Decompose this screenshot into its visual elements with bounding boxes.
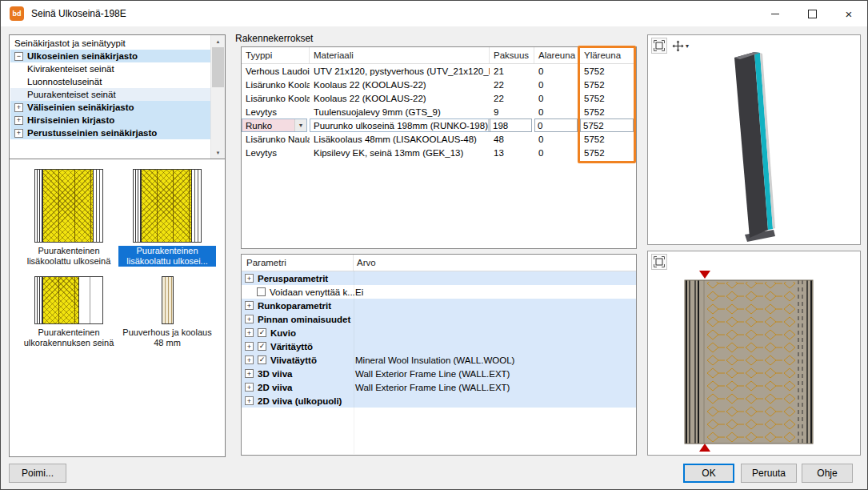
expand-icon[interactable]: + (245, 328, 254, 337)
expand-icon[interactable]: + (245, 396, 254, 405)
titlebar[interactable]: bd Seinä Ulkoseinä-198E × (1, 1, 867, 26)
expand-icon[interactable]: + (245, 274, 254, 283)
wall-type-thumbnail[interactable] (133, 169, 202, 243)
chevron-down-icon[interactable]: ▾ (294, 119, 306, 131)
expand-icon[interactable]: + (245, 369, 254, 378)
cancel-button[interactable]: Peruuta (741, 464, 797, 483)
tree-item-hirsiseinien-kirjasto[interactable]: + Hirsiseinien kirjasto (10, 114, 210, 127)
layer-top-edge: 5752 (580, 105, 636, 118)
layer-type: Lisärunko Koola... (242, 91, 310, 105)
expand-icon[interactable]: + (14, 129, 23, 138)
scroll-up-icon[interactable]: ▲ (211, 35, 225, 47)
minimize-button[interactable] (757, 1, 794, 26)
wall-type-caption: Puuverhous ja koolaus 48 mm (118, 327, 216, 348)
wall-type-item[interactable]: Puurakenteinen ulkorakennuksen seinä (20, 276, 118, 348)
tree-item-valiseinien-seinakirjasto[interactable]: + Väliseinien seinäkirjasto (10, 101, 210, 114)
maximize-button[interactable] (794, 1, 830, 26)
layer-row[interactable]: Lisärunko Koola... Koolaus 22 (KOOLAUS-2… (242, 91, 636, 105)
tree-scrollbar[interactable]: ▲ ▼ (210, 35, 225, 159)
layer-type: Lisärunko Naula... (242, 132, 310, 146)
scroll-down-icon[interactable]: ▼ (211, 147, 225, 159)
ok-button[interactable]: OK (683, 464, 734, 483)
param-name: Väritäyttö (270, 342, 313, 351)
layer-material-value: Puurunko ulkoseinä 198mm (RUNKO-198) (310, 121, 488, 131)
thickness-input[interactable] (490, 118, 532, 132)
column-header-materiaali[interactable]: Materiaali (310, 47, 490, 63)
bottom-edge-input[interactable] (534, 118, 578, 132)
layer-bottom-edge: 0 (534, 132, 580, 146)
close-button[interactable]: × (830, 1, 867, 26)
column-header-alareuna[interactable]: Alareuna (534, 47, 580, 63)
layer-row[interactable]: Levytys Kipsilevy EK, seinä 13mm (GEK_13… (242, 146, 636, 159)
expand-icon[interactable]: + (245, 301, 254, 310)
preview-2d[interactable] (647, 251, 861, 456)
layer-type-value: Runko (242, 121, 294, 131)
layer-type-select[interactable]: Runko ▾ (242, 118, 307, 132)
tree-item-kivirakenteiset-seinat[interactable]: Kivirakenteiset seinät (10, 62, 210, 75)
wall-type-item-selected[interactable]: Puurakenteinen lisäkoolattu ulkosei... (118, 169, 216, 267)
scrollbar-thumb[interactable] (212, 47, 224, 87)
tree-item-luonnosteluseinat[interactable]: Luonnosteluseinät (10, 75, 210, 88)
layer-row[interactable]: Verhous Laudoit... UTV 21x120, pystyverh… (242, 64, 636, 78)
column-header-tyyppi[interactable]: Tyyppi (242, 47, 310, 63)
param-group-pinnan-ominaisuudet[interactable]: + Pinnan ominaisuudet (242, 312, 636, 326)
checkbox-checked[interactable]: ✓ (258, 328, 266, 337)
wall-type-item[interactable]: Puurakenteinen lisäkoolattu ulkoseinä (20, 169, 118, 267)
section-marker-bottom (699, 444, 710, 452)
tree-root[interactable]: Seinäkirjastot ja seinätyypit (10, 37, 210, 50)
maximize-icon (808, 10, 817, 18)
expand-icon[interactable]: + (14, 103, 23, 112)
param-name: 3D viiva (258, 369, 292, 379)
layer-material-select[interactable]: Puurunko ulkoseinä 198mm (RUNKO-198) ▾ (310, 118, 490, 132)
column-header-paksuus[interactable]: Paksuus (490, 47, 534, 63)
collapse-icon[interactable]: − (14, 52, 23, 61)
checkbox-unchecked[interactable] (257, 287, 266, 296)
pan-icon[interactable]: ▾ (670, 38, 690, 54)
help-button[interactable]: Ohje (802, 464, 853, 483)
layers-table-header: Tyyppi Materiaali Paksuus Alareuna Yläre… (242, 47, 636, 64)
param-group-varitaytto[interactable]: + ✓ Väritäyttö (242, 339, 636, 353)
wall-type-thumbnail[interactable] (34, 276, 103, 324)
param-group-2d-viiva[interactable]: + 2D viiva Wall Exterior Frame Line (WAL… (242, 380, 636, 394)
tree-item-label: Hirsiseinien kirjasto (27, 115, 114, 125)
expand-icon[interactable]: + (245, 355, 254, 364)
tree-item-perustusseinien-seinakirjasto[interactable]: + Perustusseinien seinäkirjasto (10, 127, 210, 139)
param-group-perusparametrit[interactable]: + Perusparametrit (242, 271, 636, 285)
param-group-2d-viiva-ulkopuoli[interactable]: + 2D viiva (ulkopuoli) (242, 394, 636, 408)
wall-type-item[interactable]: Puuverhous ja koolaus 48 mm (118, 276, 216, 348)
wall-type-caption: Puurakenteinen lisäkoolattu ulkosei... (118, 246, 216, 267)
tree-item-puurakenteiset-seinat[interactable]: Puurakenteiset seinät (10, 88, 210, 101)
layer-row[interactable]: Levytys Tuulensuojalevy 9mm (GTS_9) 9 0 … (242, 105, 636, 118)
expand-icon[interactable]: + (14, 116, 23, 125)
wall-type-thumbnail[interactable] (34, 169, 103, 243)
param-value: Mineral Wool Insulation (WALL.WOOL) (355, 355, 514, 365)
expand-icon[interactable]: + (245, 342, 254, 351)
expand-icon[interactable]: + (245, 383, 254, 392)
param-row-voidaan-venyttaa[interactable]: Voidaan venyttää k... Ei (242, 285, 636, 299)
param-group-viivataytto[interactable]: + ✓ Viivatäyttö Mineral Wool Insulation … (242, 353, 636, 367)
preview-3d[interactable]: ▾ (647, 34, 861, 245)
top-edge-input[interactable] (580, 118, 634, 132)
param-group-3d-viiva[interactable]: + 3D viiva Wall Exterior Frame Line (WAL… (242, 367, 636, 380)
zoom-fit-icon[interactable] (651, 38, 667, 54)
tree-item-label: Ulkoseinien seinäkirjasto (27, 51, 138, 61)
checkbox-checked[interactable]: ✓ (258, 342, 266, 351)
wall-type-thumbnail[interactable] (133, 276, 202, 324)
layer-row[interactable]: Lisärunko Naula... Lisäkoolaus 48mm (LIS… (242, 132, 636, 146)
wall-section-drawing (648, 251, 860, 455)
param-group-kuvio[interactable]: + ✓ Kuvio (242, 326, 636, 339)
param-name: Runkoparametrit (258, 301, 331, 311)
checkbox-checked[interactable]: ✓ (258, 355, 266, 364)
column-header-ylareuna[interactable]: Yläreuna (580, 47, 636, 63)
poimi-button[interactable]: Poimi... (9, 464, 66, 483)
chevron-down-icon[interactable]: ▾ (686, 42, 689, 50)
zoom-fit-icon[interactable] (651, 254, 667, 270)
layer-row[interactable]: Lisärunko Koola... Koolaus 22 (KOOLAUS-2… (242, 78, 636, 91)
layer-row-editing[interactable]: Runko ▾ Puurunko ulkoseinä 198mm (RUNKO-… (242, 118, 636, 132)
tree-item-ulkoseinien-seinakirjasto[interactable]: − Ulkoseinien seinäkirjasto (10, 50, 210, 62)
column-header-parametri[interactable]: Parametri (242, 255, 354, 271)
layer-thickness: 48 (490, 132, 534, 146)
column-header-arvo[interactable]: Arvo (354, 255, 636, 271)
param-group-runkoparametrit[interactable]: + Runkoparametrit (242, 299, 636, 312)
expand-icon[interactable]: + (245, 315, 254, 323)
